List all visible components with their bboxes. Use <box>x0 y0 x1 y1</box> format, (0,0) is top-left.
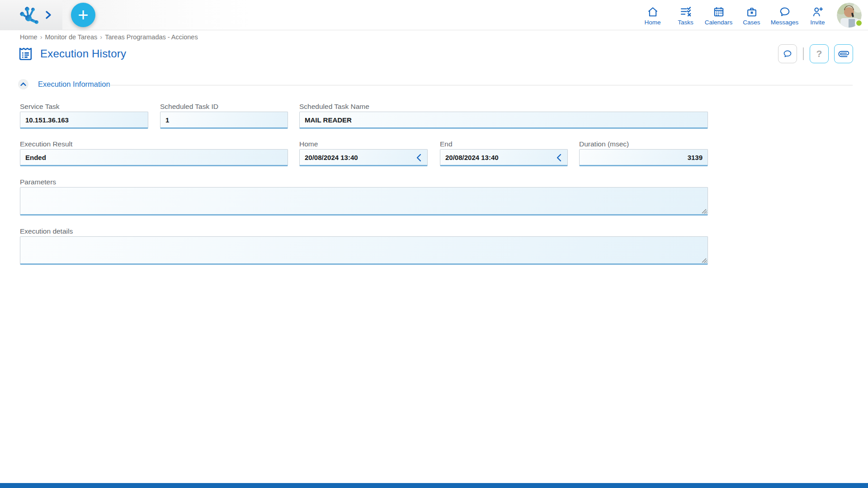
duration-label: Duration (msec) <box>579 140 629 148</box>
top-nav: Home Tasks <box>636 0 834 30</box>
attachments-button[interactable] <box>834 44 853 63</box>
scheduled-task-name-label: Scheduled Task Name <box>299 103 369 111</box>
end-date-label: End <box>440 140 453 148</box>
nav-tasks-label: Tasks <box>678 19 693 26</box>
execution-result-label: Execution Result <box>20 140 72 148</box>
collapse-section-button[interactable] <box>18 79 28 89</box>
parameters-label: Parameters <box>20 178 56 186</box>
scheduled-task-name-field[interactable] <box>299 112 708 129</box>
breadcrumb-home[interactable]: Home <box>20 33 38 41</box>
bizagi-logo-icon[interactable] <box>19 6 41 25</box>
end-date-picker-chevron-icon[interactable] <box>554 153 564 163</box>
user-avatar[interactable] <box>837 3 862 28</box>
nav-cases-label: Cases <box>743 19 760 26</box>
tasks-icon <box>679 6 692 18</box>
home-date-label: Home <box>299 140 318 148</box>
invite-person-icon <box>811 6 824 18</box>
parameters-textarea[interactable] <box>20 187 708 216</box>
scheduled-task-id-field[interactable] <box>160 112 288 129</box>
page-title: Execution History <box>40 47 126 60</box>
actions-divider <box>803 47 804 60</box>
form-document-icon <box>17 45 34 62</box>
execution-details-textarea[interactable] <box>20 236 708 265</box>
help-button[interactable]: ? <box>810 44 829 63</box>
execution-result-field[interactable] <box>20 149 288 166</box>
nav-invite[interactable]: Invite <box>801 2 834 29</box>
section-divider-line <box>108 85 853 85</box>
question-mark-icon: ? <box>816 48 822 59</box>
nav-invite-label: Invite <box>810 19 825 26</box>
home-date-picker-chevron-icon[interactable] <box>414 153 424 163</box>
title-row: Execution History <box>17 45 126 62</box>
chevron-up-icon <box>20 82 27 87</box>
home-date-field[interactable] <box>299 149 428 166</box>
breadcrumb: Home›Monitor de Tareas›Tareas Programada… <box>20 33 198 41</box>
section-title: Execution Information <box>38 80 110 89</box>
nav-cases[interactable]: Cases <box>735 2 768 29</box>
nav-home[interactable]: Home <box>636 2 669 29</box>
presence-status-dot <box>855 19 863 27</box>
sidebar-expand-chevron-icon[interactable] <box>43 10 53 20</box>
calendar-icon <box>712 6 725 18</box>
service-task-label: Service Task <box>20 103 60 111</box>
service-task-field[interactable] <box>20 112 148 129</box>
duration-field[interactable] <box>579 149 708 166</box>
logo-block <box>0 0 62 30</box>
scheduled-task-id-label: Scheduled Task ID <box>160 103 218 111</box>
nav-home-label: Home <box>644 19 660 26</box>
nav-messages-label: Messages <box>771 19 799 26</box>
comment-bubble-icon <box>782 49 793 59</box>
nav-messages[interactable]: Messages <box>768 2 801 29</box>
section-header: Execution Information <box>18 79 110 89</box>
execution-history-screen: + Home Tasks <box>0 0 868 488</box>
new-case-plus-button[interactable]: + <box>71 3 95 27</box>
nav-calendars-label: Calendars <box>705 19 733 26</box>
bottom-accent-bar <box>0 483 868 488</box>
briefcase-icon <box>745 6 758 18</box>
comments-button[interactable] <box>778 44 797 63</box>
breadcrumb-separator: › <box>100 33 102 41</box>
breadcrumb-separator: › <box>40 33 42 41</box>
execution-details-label: Execution details <box>20 227 73 235</box>
title-actions: ? <box>778 44 853 63</box>
message-bubble-icon <box>778 6 791 18</box>
paperclip-icon <box>836 47 851 61</box>
breadcrumb-tareas-programadas[interactable]: Tareas Programadas - Acciones <box>105 33 198 41</box>
top-bar: + Home Tasks <box>0 0 868 30</box>
end-date-field[interactable] <box>440 149 568 166</box>
nav-calendars[interactable]: Calendars <box>702 2 735 29</box>
home-icon <box>646 6 659 18</box>
breadcrumb-monitor-de-tareas[interactable]: Monitor de Tareas <box>45 33 98 41</box>
nav-tasks[interactable]: Tasks <box>669 2 702 29</box>
